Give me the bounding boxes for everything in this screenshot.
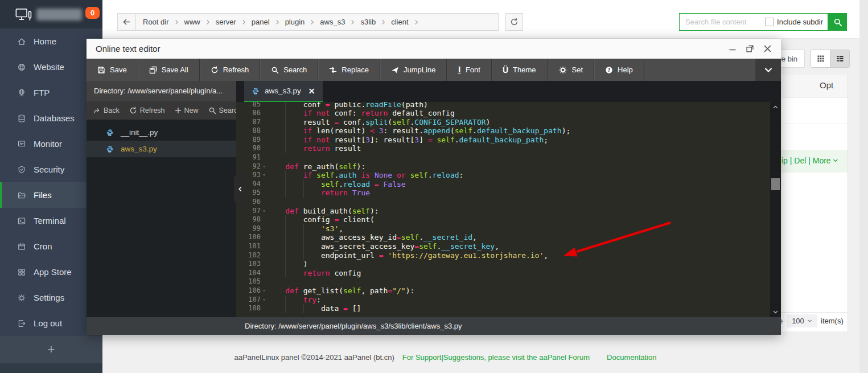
code-line-87[interactable]: 87 result = conf.split(self.CONFIG_SEPAR…	[236, 118, 781, 127]
close-icon[interactable]	[763, 44, 772, 53]
line-number: 102	[236, 251, 261, 260]
toolbar-save-all-button[interactable]: Save All	[138, 59, 200, 81]
file-tree-collapse-handle[interactable]	[234, 173, 246, 205]
minimize-icon[interactable]	[729, 45, 737, 53]
breadcrumb-segment[interactable]: aws_s3	[320, 18, 345, 26]
code-line-99[interactable]: 99 's3',	[236, 224, 781, 233]
fold-arrow-icon[interactable]: ▾	[261, 171, 268, 180]
scroll-down-icon[interactable]	[770, 308, 781, 316]
code-line-107[interactable]: 107▾ try:	[236, 296, 781, 305]
aapanel-app: Root dirwwwserverpanelpluginaws_s3s3libc…	[0, 0, 868, 373]
code-line-101[interactable]: 101 aws_secret_access_key=self.__secret_…	[236, 242, 781, 251]
tab-close-icon[interactable]: ✕	[308, 87, 315, 95]
code-line-92[interactable]: 92▾ def re_auth(self):	[236, 162, 781, 171]
code-editor[interactable]: 85 conf = public.readFile(path)86 if not…	[236, 102, 781, 317]
search-box: Include subdir	[679, 13, 828, 31]
code-line-104[interactable]: 104 return config	[236, 269, 781, 278]
fold-slot	[261, 233, 268, 242]
breadcrumb-segment[interactable]: Root dir	[143, 18, 169, 26]
code-line-105[interactable]: 105	[236, 277, 781, 286]
breadcrumb-segment[interactable]: panel	[252, 18, 270, 26]
chevron-right-icon	[381, 19, 386, 25]
grid-view-button[interactable]	[811, 50, 830, 67]
list-view-button[interactable]	[830, 50, 849, 67]
toolbar-refresh-button[interactable]: Refresh	[200, 59, 261, 81]
breadcrumb-refresh-button[interactable]	[505, 13, 523, 31]
file-search: Include subdir	[679, 13, 847, 31]
file-list: __init__.pyaws_s3.py	[87, 120, 236, 317]
search-submit-button[interactable]	[828, 13, 847, 31]
toolbar-save-button[interactable]: Save	[87, 59, 138, 81]
logout-icon	[17, 319, 26, 328]
code-line-106[interactable]: 106▾ def get_list(self, path="/"):	[236, 286, 781, 296]
code-line-86[interactable]: 86 if not conf: return default_config	[236, 109, 781, 118]
page-size-select[interactable]: 100	[787, 314, 817, 327]
line-number: 91	[236, 153, 261, 162]
toolbar-collapse-button[interactable]	[755, 59, 781, 81]
include-subdir-checkbox[interactable]	[765, 18, 774, 26]
row-action-links[interactable]: ip | Del | More	[781, 156, 838, 165]
sidebar-add-button[interactable]: +	[0, 336, 102, 363]
code-line-94[interactable]: 94 self.reload = False	[236, 180, 781, 189]
editor-scrollbar[interactable]	[770, 102, 781, 317]
scrollbar-thumb[interactable]	[771, 178, 780, 190]
code-line-85[interactable]: 85 conf = public.readFile(path)	[236, 102, 781, 109]
breadcrumb-segment[interactable]: s3lib	[360, 18, 376, 26]
code-line-93[interactable]: 93▾ if self.auth is None or self.reload:	[236, 171, 781, 180]
font-icon: I	[458, 66, 460, 74]
fold-arrow-icon[interactable]: ▾	[261, 286, 268, 296]
search-input[interactable]	[680, 18, 765, 26]
breadcrumb-segment[interactable]: plugin	[285, 18, 305, 26]
breadcrumb-segment[interactable]: www	[184, 18, 200, 26]
code-line-108[interactable]: 108 data = []	[236, 304, 781, 313]
shield-icon	[17, 165, 26, 174]
sidebar-item-label: Monitor	[34, 139, 62, 149]
code-line-91[interactable]: 91	[236, 153, 781, 162]
fold-arrow-icon[interactable]: ▾	[261, 207, 268, 216]
code-line-102[interactable]: 102 endpoint_url = 'https://gateway.eu1.…	[236, 251, 781, 260]
file-panel-new-button[interactable]: New	[175, 106, 199, 114]
fold-slot	[261, 180, 268, 189]
breadcrumb-segment[interactable]: client	[391, 18, 408, 26]
appgrid-icon	[17, 268, 26, 277]
list-view-icon	[836, 55, 844, 63]
sidebar-header: 0	[0, 0, 102, 28]
code-line-90[interactable]: 90 return result	[236, 144, 781, 153]
sidebar-item-label: Security	[34, 165, 64, 174]
code-line-103[interactable]: 103 )	[236, 260, 781, 269]
toolbar-help-button[interactable]: ?Help	[594, 59, 644, 81]
file-panel-actions: BackRefreshNewSearch	[87, 101, 236, 120]
back-button[interactable]	[118, 14, 136, 30]
file-panel-refresh-button[interactable]: Refresh	[129, 106, 165, 114]
code-line-95[interactable]: 95 return True	[236, 188, 781, 198]
toolbar-jumpline-button[interactable]: JumpLine	[380, 59, 447, 81]
fold-arrow-icon[interactable]: ▾	[261, 296, 268, 305]
code-line-98[interactable]: 98 config = client(	[236, 215, 781, 224]
file-item-aws-s3-py[interactable]: aws_s3.py	[87, 141, 236, 157]
toolbar-font-button[interactable]: IFont	[447, 59, 491, 81]
code-line-96[interactable]: 96	[236, 198, 781, 207]
tab-aws-s3-py[interactable]: aws_s3.py ✕	[244, 81, 323, 102]
code-line-100[interactable]: 100 aws_access_key_id=self.__secret_id,	[236, 233, 781, 242]
toolbar-search-button[interactable]: Search	[260, 59, 318, 81]
documentation-link[interactable]: Documentation	[607, 353, 656, 362]
toolbar-theme-button[interactable]: ÜTheme	[492, 59, 548, 81]
file-item--init-py[interactable]: __init__.py	[87, 124, 236, 141]
fold-arrow-icon[interactable]: ▾	[261, 162, 268, 171]
breadcrumb-segment[interactable]: server	[216, 18, 236, 26]
line-number: 99	[236, 224, 261, 233]
fold-slot	[261, 242, 268, 251]
panel-right-border	[848, 75, 848, 331]
toolbar-set-button[interactable]: Set	[548, 59, 595, 81]
notification-badge[interactable]: 0	[85, 7, 100, 19]
maximize-icon[interactable]	[746, 44, 754, 53]
file-panel-back-button[interactable]: Back	[93, 106, 120, 114]
toolbar-replace-button[interactable]: Replace	[318, 59, 380, 81]
code-line-88[interactable]: 88 if len(result) < 3: result.append(sel…	[236, 126, 781, 136]
toolbar-button-label: Replace	[342, 65, 369, 74]
code-line-89[interactable]: 89 if not result[3]: result[3] = self.de…	[236, 136, 781, 145]
forum-link[interactable]: For Support|Suggestions, please visit th…	[402, 353, 590, 362]
code-line-97[interactable]: 97▾ def build_auth(self):	[236, 207, 781, 216]
monitor-icon	[17, 140, 26, 149]
scroll-up-icon[interactable]	[770, 103, 781, 111]
